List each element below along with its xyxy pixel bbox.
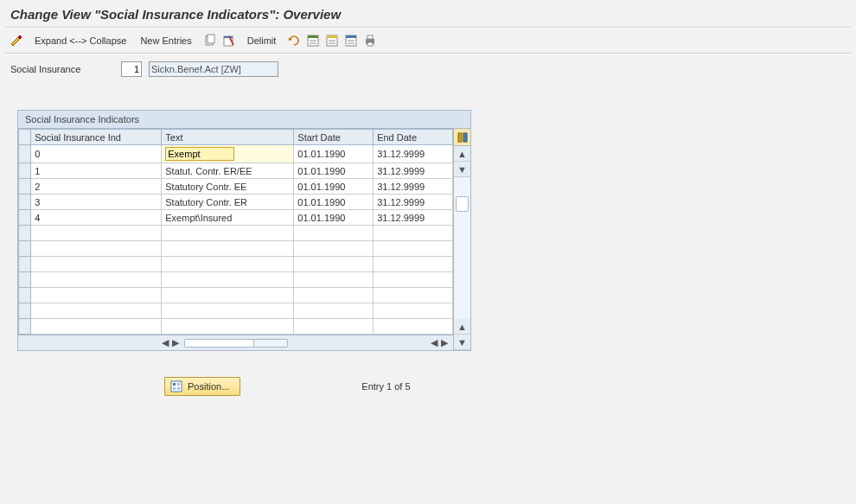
empty-cell[interactable] bbox=[162, 257, 294, 272]
empty-cell[interactable] bbox=[294, 257, 374, 272]
cell-end[interactable]: 31.12.9999 bbox=[374, 179, 453, 195]
cell-ind[interactable]: 4 bbox=[31, 210, 162, 226]
table-row[interactable]: 4Exempt\Insured01.01.199031.12.9999 bbox=[19, 210, 453, 226]
empty-cell[interactable] bbox=[294, 288, 374, 303]
table-row[interactable]: 2Statutory Contr. EE01.01.199031.12.9999 bbox=[19, 179, 453, 195]
select-block-icon[interactable] bbox=[324, 33, 340, 48]
empty-cell[interactable] bbox=[31, 241, 162, 257]
cell-text-input[interactable] bbox=[165, 147, 234, 161]
table-row-empty[interactable] bbox=[19, 226, 453, 241]
cell-end[interactable]: 31.12.9999 bbox=[374, 210, 453, 226]
hscroll-right-icon[interactable]: ▶ bbox=[439, 337, 450, 348]
row-selector[interactable] bbox=[19, 163, 31, 179]
empty-cell[interactable] bbox=[19, 226, 31, 241]
empty-cell[interactable] bbox=[162, 319, 294, 335]
empty-cell[interactable] bbox=[31, 257, 162, 272]
empty-cell[interactable] bbox=[374, 303, 453, 319]
table-row-empty[interactable] bbox=[19, 319, 453, 335]
empty-cell[interactable] bbox=[162, 272, 294, 288]
col-header-end[interactable]: End Date bbox=[374, 130, 453, 145]
row-selector[interactable] bbox=[19, 195, 31, 210]
empty-cell[interactable] bbox=[294, 241, 374, 257]
empty-cell[interactable] bbox=[31, 303, 162, 319]
empty-cell[interactable] bbox=[19, 319, 31, 335]
cell-text[interactable]: Statut. Contr. ER/EE bbox=[162, 163, 294, 179]
empty-cell[interactable] bbox=[31, 272, 162, 288]
cell-start[interactable]: 01.01.1990 bbox=[294, 179, 374, 195]
table-row[interactable]: 3Statutory Contr. ER01.01.199031.12.9999 bbox=[19, 195, 453, 210]
empty-cell[interactable] bbox=[19, 272, 31, 288]
select-all-icon[interactable] bbox=[305, 33, 321, 48]
empty-cell[interactable] bbox=[19, 257, 31, 272]
empty-cell[interactable] bbox=[294, 319, 374, 335]
empty-cell[interactable] bbox=[19, 303, 31, 319]
cell-start[interactable]: 01.01.1990 bbox=[294, 145, 374, 163]
empty-cell[interactable] bbox=[374, 226, 453, 241]
cell-text[interactable]: Exempt\Insured bbox=[162, 210, 294, 226]
empty-cell[interactable] bbox=[374, 241, 453, 257]
table-row-empty[interactable] bbox=[19, 303, 453, 319]
vscroll-up-icon[interactable]: ▲ bbox=[454, 146, 470, 162]
cell-end[interactable]: 31.12.9999 bbox=[374, 195, 453, 210]
cell-text[interactable] bbox=[162, 145, 294, 163]
cell-text[interactable]: Statutory Contr. ER bbox=[162, 195, 294, 210]
cell-text[interactable]: Statutory Contr. EE bbox=[162, 179, 294, 195]
cell-ind[interactable]: 3 bbox=[31, 195, 162, 210]
table-row-empty[interactable] bbox=[19, 272, 453, 288]
hscroll-left2-icon[interactable]: ◀ bbox=[429, 337, 439, 348]
empty-cell[interactable] bbox=[294, 303, 374, 319]
hscroll-thumb[interactable] bbox=[185, 340, 254, 347]
hscroll-step-right-icon[interactable]: ▶ bbox=[170, 337, 181, 348]
cell-end[interactable]: 31.12.9999 bbox=[374, 145, 453, 163]
cell-start[interactable]: 01.01.1990 bbox=[294, 163, 374, 179]
deselect-all-icon[interactable] bbox=[343, 33, 359, 48]
empty-cell[interactable] bbox=[374, 257, 453, 272]
hscroll-left-icon[interactable]: ◀ bbox=[160, 337, 170, 348]
empty-cell[interactable] bbox=[31, 319, 162, 335]
empty-cell[interactable] bbox=[31, 288, 162, 303]
cell-ind[interactable]: 2 bbox=[31, 179, 162, 195]
empty-cell[interactable] bbox=[19, 288, 31, 303]
col-header-text[interactable]: Text bbox=[162, 130, 294, 145]
table-row[interactable]: 001.01.199031.12.9999 bbox=[19, 145, 453, 163]
hscroll-track[interactable] bbox=[184, 339, 288, 348]
empty-cell[interactable] bbox=[374, 319, 453, 335]
select-all-header[interactable] bbox=[19, 130, 31, 145]
vscroll-thumb[interactable] bbox=[456, 196, 469, 212]
empty-cell[interactable] bbox=[162, 226, 294, 241]
cell-end[interactable]: 31.12.9999 bbox=[374, 163, 453, 179]
undo-change-icon[interactable] bbox=[286, 33, 302, 48]
empty-cell[interactable] bbox=[162, 241, 294, 257]
table-row-empty[interactable] bbox=[19, 288, 453, 303]
table-row-empty[interactable] bbox=[19, 257, 453, 272]
table-row[interactable]: 1Statut. Contr. ER/EE01.01.199031.12.999… bbox=[19, 163, 453, 179]
print-icon[interactable] bbox=[362, 33, 378, 48]
cell-start[interactable]: 01.01.1990 bbox=[294, 195, 374, 210]
col-header-ind[interactable]: Social Insurance Ind bbox=[31, 130, 162, 145]
social-insurance-desc-input[interactable] bbox=[149, 61, 278, 77]
empty-cell[interactable] bbox=[294, 272, 374, 288]
empty-cell[interactable] bbox=[162, 303, 294, 319]
expand-collapse-button[interactable]: Expand <--> Collapse bbox=[31, 34, 130, 48]
table-row-empty[interactable] bbox=[19, 241, 453, 257]
empty-cell[interactable] bbox=[19, 241, 31, 257]
col-header-start[interactable]: Start Date bbox=[294, 130, 374, 145]
delimit-button[interactable]: Delimit bbox=[244, 34, 280, 48]
position-button[interactable]: Position... bbox=[164, 377, 240, 396]
cell-start[interactable]: 01.01.1990 bbox=[294, 210, 374, 226]
row-selector[interactable] bbox=[19, 145, 31, 163]
vscroll-line-up-icon[interactable]: ▲ bbox=[454, 319, 470, 335]
copy-as-icon[interactable] bbox=[202, 33, 218, 48]
new-entries-button[interactable]: New Entries bbox=[137, 34, 195, 48]
empty-cell[interactable] bbox=[374, 272, 453, 288]
row-selector[interactable] bbox=[19, 210, 31, 226]
social-insurance-code-input[interactable] bbox=[121, 61, 142, 77]
vscroll-line-down-icon[interactable]: ▼ bbox=[454, 162, 470, 177]
cell-ind[interactable]: 1 bbox=[31, 163, 162, 179]
cell-ind[interactable]: 0 bbox=[31, 145, 162, 163]
empty-cell[interactable] bbox=[374, 288, 453, 303]
table-settings-icon[interactable] bbox=[454, 129, 470, 146]
row-selector[interactable] bbox=[19, 179, 31, 195]
empty-cell[interactable] bbox=[294, 226, 374, 241]
vscroll-down-icon[interactable]: ▼ bbox=[454, 335, 470, 350]
